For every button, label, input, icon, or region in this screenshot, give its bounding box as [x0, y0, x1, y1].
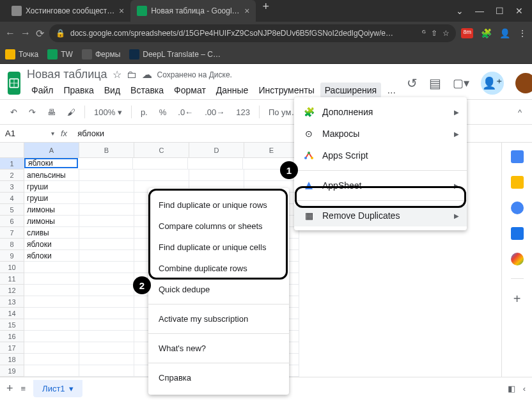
cell[interactable] — [133, 158, 188, 170]
cloud-icon[interactable]: ☁ — [142, 68, 152, 81]
menu-extensions[interactable]: Расширения — [320, 83, 381, 98]
row-header[interactable]: 5 — [0, 204, 24, 216]
cell[interactable] — [79, 181, 134, 193]
row-header[interactable]: 8 — [0, 239, 24, 250]
row-header[interactable]: 7 — [0, 227, 24, 239]
move-icon[interactable]: 🗀 — [127, 69, 137, 81]
menu-more[interactable]: … — [382, 83, 400, 98]
submenu-find-dup-rows[interactable]: Find duplicate or unique rows — [148, 194, 289, 216]
cell[interactable] — [79, 216, 134, 227]
browser-tab[interactable]: Новая таблица - Google Табли… × — [130, 0, 256, 22]
row-header[interactable]: 17 — [0, 342, 24, 354]
minimize-icon[interactable]: — — [475, 6, 484, 16]
zoom-select[interactable]: 100% ▾ — [91, 105, 125, 120]
cell[interactable] — [24, 354, 79, 365]
currency-button[interactable]: р. — [138, 105, 150, 120]
menu-tools[interactable]: Инструменты — [254, 83, 318, 98]
select-all-corner[interactable] — [0, 143, 24, 158]
cell[interactable] — [78, 158, 133, 170]
col-header[interactable]: B — [79, 143, 134, 158]
close-icon[interactable]: × — [244, 6, 249, 16]
cell[interactable] — [24, 319, 79, 331]
row-header[interactable]: 19 — [0, 365, 24, 377]
row-header[interactable]: 11 — [0, 273, 24, 285]
sheet-tab[interactable]: Лист1 ▾ — [33, 380, 82, 397]
cell[interactable]: лимоны — [24, 204, 79, 216]
cell[interactable]: яблоки — [24, 250, 79, 262]
submenu-compare-columns[interactable]: Compare columns or sheets — [148, 216, 289, 237]
row-header[interactable]: 15 — [0, 319, 24, 331]
row-header[interactable]: 4 — [0, 193, 24, 204]
share-button[interactable]: 👤⁺ — [481, 72, 504, 95]
cell[interactable]: апельсины — [24, 170, 79, 181]
cell[interactable] — [24, 296, 79, 308]
percent-button[interactable]: % — [157, 105, 169, 120]
cell[interactable]: груши — [24, 181, 79, 193]
cell[interactable] — [79, 308, 134, 319]
print-icon[interactable]: 🖶 — [45, 105, 58, 120]
star-icon[interactable]: ☆ — [113, 68, 121, 81]
browser-tab[interactable]: Хостинговое сообщество «Tim… × — [5, 0, 130, 22]
num-format-button[interactable]: 123 — [233, 105, 253, 120]
cell[interactable] — [134, 170, 189, 181]
cell[interactable] — [24, 342, 79, 354]
reload-icon[interactable]: ⟳ — [36, 28, 44, 40]
submenu-quick-dedupe[interactable]: Quick dedupe — [148, 279, 289, 300]
chevron-down-icon[interactable]: ⌄ — [456, 6, 464, 16]
cell[interactable] — [79, 354, 134, 365]
cell[interactable] — [79, 331, 134, 342]
add-panel-icon[interactable]: + — [513, 292, 521, 306]
cell[interactable] — [79, 273, 134, 285]
cell[interactable] — [79, 250, 134, 262]
name-box[interactable]: A1 — [0, 129, 51, 138]
row-header[interactable]: 10 — [0, 262, 24, 273]
side-panel-toggle-icon[interactable]: ‹ — [523, 384, 526, 393]
cell[interactable] — [79, 365, 134, 377]
undo-icon[interactable]: ↶ — [8, 105, 20, 120]
row-header[interactable]: 18 — [0, 354, 24, 365]
menu-remove-duplicates[interactable]: ▦ Remove Duplicates▶ — [294, 205, 467, 226]
row-header[interactable]: 6 — [0, 216, 24, 227]
contacts-icon[interactable] — [511, 227, 524, 240]
history-icon[interactable]: ↺ — [407, 75, 418, 91]
cell[interactable] — [79, 193, 134, 204]
row-header[interactable]: 3 — [0, 181, 24, 193]
close-icon[interactable]: ✕ — [515, 6, 523, 16]
avatar[interactable] — [515, 73, 532, 93]
submenu-find-dup-cells[interactable]: Find duplicate or unique cells — [148, 237, 289, 258]
submenu-help[interactable]: Справка — [148, 367, 289, 388]
bookmark[interactable]: TW — [47, 49, 73, 59]
col-header[interactable]: C — [134, 143, 189, 158]
cell[interactable] — [24, 262, 79, 273]
dec-decimal-button[interactable]: .0← — [175, 105, 196, 120]
col-header[interactable]: D — [189, 143, 244, 158]
calendar-icon[interactable] — [511, 150, 524, 163]
row-header[interactable]: 12 — [0, 285, 24, 296]
new-tab-button[interactable]: + — [256, 0, 276, 22]
row-header[interactable]: 16 — [0, 331, 24, 342]
profile-icon[interactable]: 👤 — [499, 28, 510, 38]
menu-file[interactable]: Файл — [27, 83, 58, 98]
forward-icon[interactable]: → — [20, 28, 31, 39]
tasks-icon[interactable] — [511, 201, 524, 214]
cell[interactable] — [24, 308, 79, 319]
row-header[interactable]: 1 — [0, 158, 24, 170]
menu-appsheet[interactable]: AppSheet▶ — [294, 175, 467, 196]
keep-icon[interactable] — [511, 176, 524, 189]
cell[interactable] — [24, 331, 79, 342]
close-icon[interactable]: × — [119, 6, 124, 16]
menu-icon[interactable]: ⋮ — [518, 28, 527, 38]
cell[interactable] — [24, 285, 79, 296]
cell[interactable] — [79, 285, 134, 296]
sheets-logo-icon[interactable] — [8, 72, 20, 95]
col-header[interactable]: A — [24, 143, 79, 158]
inc-decimal-button[interactable]: .00→ — [202, 105, 227, 120]
cell[interactable] — [79, 227, 134, 239]
submenu-combine-rows[interactable]: Combine duplicate rows — [148, 258, 289, 279]
row-header[interactable]: 9 — [0, 250, 24, 262]
submenu-whatsnew[interactable]: What's new? — [148, 338, 289, 359]
bookmark[interactable]: DeepL Translate – С… — [129, 49, 221, 59]
explore-icon[interactable]: ◧ — [508, 384, 515, 393]
menu-macros[interactable]: ⊙ Макросы▶ — [294, 123, 467, 145]
cell[interactable]: яблоки — [24, 239, 79, 250]
